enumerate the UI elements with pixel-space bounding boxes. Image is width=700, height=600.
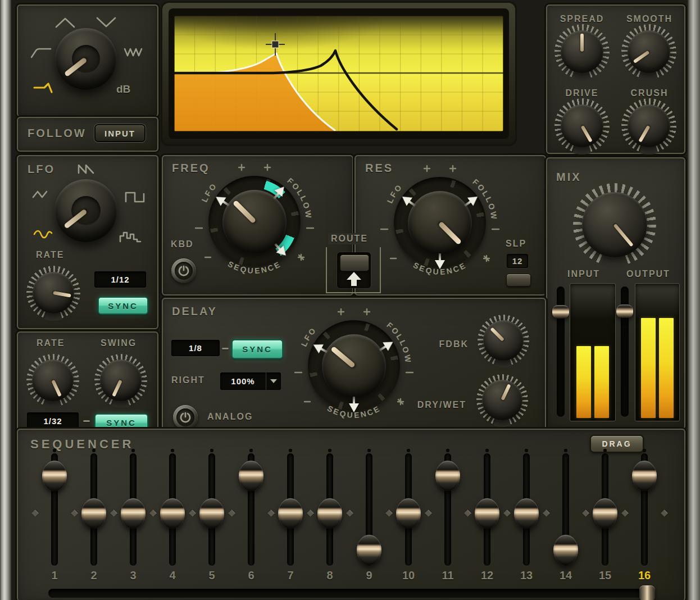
triangle-wave-icon[interactable] bbox=[32, 189, 51, 199]
seq-step-slider-2[interactable]: 2 bbox=[81, 449, 107, 595]
mod-pin-stem bbox=[273, 192, 279, 199]
step-slider-handle[interactable] bbox=[199, 498, 224, 529]
seq-step-slider-15[interactable]: 15 bbox=[592, 449, 618, 595]
lfo-rate-knob[interactable] bbox=[26, 266, 80, 320]
seq-step-slider-8[interactable]: 8 bbox=[317, 449, 343, 595]
input-gain-fader-handle[interactable] bbox=[552, 305, 569, 319]
step-slider-handle[interactable] bbox=[632, 461, 657, 491]
delay-right-label: RIGHT bbox=[171, 375, 205, 385]
seq-step-slider-16[interactable]: 16 bbox=[631, 449, 657, 595]
lfo-rate-label: RATE bbox=[36, 250, 64, 260]
seq-step-slider-4[interactable]: 4 bbox=[160, 449, 185, 595]
seq-rate-knob[interactable] bbox=[26, 354, 79, 407]
filter-display[interactable] bbox=[161, 1, 517, 146]
seq-step-slider-10[interactable]: 10 bbox=[396, 449, 421, 595]
step-slider-handle[interactable] bbox=[593, 498, 617, 529]
res-knob[interactable] bbox=[394, 177, 486, 269]
step-number-label: 4 bbox=[160, 569, 185, 582]
mod-pin-stem bbox=[222, 201, 230, 206]
analog-power-button[interactable] bbox=[173, 405, 198, 430]
seq-step-slider-11[interactable]: 11 bbox=[435, 449, 461, 595]
smooth-knob[interactable] bbox=[621, 24, 676, 79]
drive-knob[interactable] bbox=[554, 98, 610, 153]
slp-toggle-button[interactable] bbox=[506, 274, 531, 287]
bandpass-icon[interactable] bbox=[54, 17, 76, 28]
lfo-title: LFO bbox=[28, 163, 55, 176]
input-meter-bar-right bbox=[594, 346, 609, 418]
step-slider-handle[interactable] bbox=[475, 498, 499, 529]
seq-step-slider-6[interactable]: 6 bbox=[238, 449, 264, 595]
seq-step-slider-13[interactable]: 13 bbox=[513, 449, 539, 595]
route-up-arrow-icon[interactable] bbox=[347, 272, 361, 287]
seq-step-slider-1[interactable]: 1 bbox=[42, 449, 67, 595]
seq-step-slider-7[interactable]: 7 bbox=[278, 449, 303, 595]
seq-step-slider-3[interactable]: 3 bbox=[120, 449, 146, 595]
fdbk-knob[interactable] bbox=[478, 315, 529, 366]
center-marker-diamond bbox=[149, 510, 157, 517]
lfo-sync-button[interactable]: SYNC bbox=[98, 297, 148, 315]
lowpass-icon-active[interactable] bbox=[33, 81, 56, 94]
lfo-panel: LFO RATE 1/12 SYNC bbox=[17, 155, 158, 329]
step-slider-handle[interactable] bbox=[317, 498, 342, 529]
plugin-window: dB FOLLOW INPUT bbox=[0, 0, 700, 600]
step-track-end-dot bbox=[367, 449, 371, 452]
delay-right-dropdown[interactable]: 100% bbox=[220, 372, 281, 390]
lfo-wave-knob[interactable] bbox=[54, 179, 117, 242]
delay-sync-button[interactable]: SYNC bbox=[231, 339, 283, 359]
power-icon bbox=[177, 264, 190, 278]
step-track-end-dot bbox=[643, 449, 646, 452]
seq-step-slider-5[interactable]: 5 bbox=[199, 449, 225, 595]
saw-wave-icon[interactable] bbox=[77, 163, 96, 174]
seq-swing-knob[interactable] bbox=[94, 354, 147, 407]
step-number-label: 14 bbox=[553, 569, 579, 582]
output-gain-fader-handle[interactable] bbox=[616, 304, 633, 318]
route-toggle-button[interactable] bbox=[340, 254, 369, 271]
step-track-end-dot bbox=[446, 449, 449, 452]
db-mode-label[interactable]: dB bbox=[116, 83, 130, 96]
step-slider-handle[interactable] bbox=[278, 498, 303, 529]
step-slider-handle[interactable] bbox=[396, 498, 421, 529]
sine-wave-icon-active[interactable] bbox=[33, 229, 53, 240]
step-number-label: 5 bbox=[199, 569, 225, 582]
seq-step-slider-9[interactable]: 9 bbox=[356, 449, 382, 595]
highpass-icon[interactable] bbox=[30, 47, 52, 58]
step-slider-handle[interactable] bbox=[553, 535, 578, 565]
step-slider-handle[interactable] bbox=[160, 498, 185, 529]
square-wave-icon[interactable] bbox=[125, 190, 145, 203]
seq-rate-value[interactable]: 1/32 bbox=[27, 412, 79, 429]
filter-type-knob[interactable] bbox=[55, 28, 117, 90]
crush-knob[interactable] bbox=[621, 98, 676, 153]
follow-input-button[interactable]: INPUT bbox=[96, 125, 144, 141]
sequencer-scrollbar[interactable] bbox=[48, 589, 655, 598]
slp-value[interactable]: 12 bbox=[507, 254, 528, 268]
step-slider-handle[interactable] bbox=[121, 498, 146, 529]
chevron-down-icon[interactable] bbox=[266, 372, 281, 390]
step-slider-handle[interactable] bbox=[435, 461, 460, 491]
step-slider-handle[interactable] bbox=[81, 498, 106, 529]
filter-display-screen bbox=[161, 1, 517, 146]
drywet-knob[interactable] bbox=[476, 374, 528, 426]
mix-knob[interactable] bbox=[573, 183, 656, 266]
mod-pin[interactable] bbox=[348, 366, 360, 412]
notch-icon[interactable] bbox=[96, 16, 117, 28]
seq-step-slider-14[interactable]: 14 bbox=[553, 449, 579, 595]
step-slider-handle[interactable] bbox=[514, 498, 539, 529]
fdbk-label: FDBK bbox=[418, 339, 469, 349]
step-slider-handle[interactable] bbox=[357, 535, 381, 565]
step-slider-handle[interactable] bbox=[239, 461, 263, 491]
step-number-label: 2 bbox=[81, 569, 107, 582]
vowel-icon[interactable] bbox=[124, 47, 144, 57]
step-random-wave-icon[interactable] bbox=[119, 230, 142, 243]
seq-step-slider-12[interactable]: 12 bbox=[474, 449, 500, 595]
sequencer-scrollbar-handle[interactable] bbox=[639, 585, 655, 600]
step-slider-handle[interactable] bbox=[42, 461, 67, 491]
kbd-power-button[interactable] bbox=[171, 258, 196, 283]
delay-time-knob[interactable] bbox=[308, 320, 400, 412]
lfo-rate-value[interactable]: 1/12 bbox=[94, 271, 146, 288]
freq-knob[interactable] bbox=[208, 176, 301, 268]
step-track-end-dot bbox=[564, 449, 567, 452]
spread-knob[interactable] bbox=[554, 24, 610, 79]
delay-time-value[interactable]: 1/8 bbox=[171, 340, 220, 356]
mod-pin[interactable] bbox=[434, 223, 446, 269]
step-number-label: 7 bbox=[278, 569, 303, 582]
